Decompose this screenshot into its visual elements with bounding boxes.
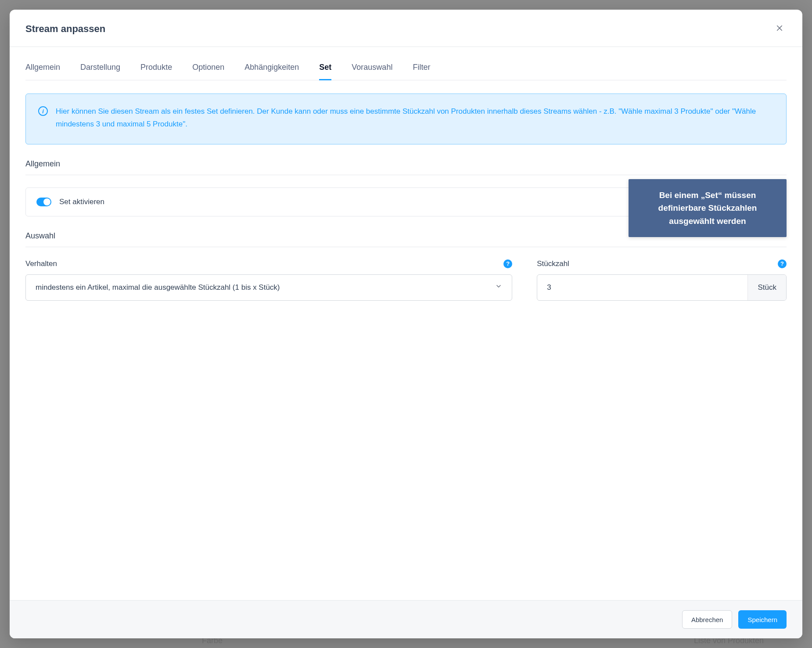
help-icon[interactable]: ?: [778, 259, 787, 268]
modal-header: Stream anpassen: [10, 10, 802, 47]
modal-title: Stream anpassen: [25, 23, 105, 35]
tab-allgemein[interactable]: Allgemein: [25, 55, 60, 80]
field-label-verhalten: Verhalten: [25, 259, 57, 268]
info-alert: i Hier können Sie diesen Stream als ein …: [25, 94, 787, 144]
modal-footer: Abbrechen Speichern: [10, 600, 802, 638]
field-verhalten: Verhalten ? mindestens ein Artikel, maxi…: [25, 259, 512, 301]
field-head: Stückzahl ?: [537, 259, 787, 268]
save-button[interactable]: Speichern: [738, 610, 787, 629]
tab-produkte[interactable]: Produkte: [140, 55, 172, 80]
field-label-stueckzahl: Stückzahl: [537, 259, 569, 268]
info-icon: i: [38, 106, 48, 116]
tab-optionen[interactable]: Optionen: [192, 55, 224, 80]
cancel-button[interactable]: Abbrechen: [682, 610, 733, 629]
tab-filter[interactable]: Filter: [413, 55, 430, 80]
toggle-label: Set aktivieren: [59, 198, 104, 206]
section-title-allgemein: Allgemein: [25, 159, 787, 175]
verhalten-select[interactable]: mindestens ein Artikel, maximal die ausg…: [25, 274, 512, 301]
field-stueckzahl: Stückzahl ? Stück: [537, 259, 787, 301]
tab-abhaengigkeiten[interactable]: Abhängigkeiten: [244, 55, 299, 80]
modal-body: Allgemein Darstellung Produkte Optionen …: [10, 47, 802, 600]
close-button[interactable]: [772, 22, 787, 36]
tab-list: Allgemein Darstellung Produkte Optionen …: [25, 55, 787, 80]
stueckzahl-input[interactable]: [537, 275, 747, 300]
annotation-callout: Bei einem „Set“ müssen definierbare Stüc…: [629, 179, 787, 237]
chevron-down-icon: [495, 283, 502, 292]
input-suffix: Stück: [747, 275, 786, 300]
modal-stream-anpassen: Stream anpassen Allgemein Darstellung Pr…: [10, 10, 802, 638]
tab-darstellung[interactable]: Darstellung: [80, 55, 120, 80]
help-icon[interactable]: ?: [503, 259, 512, 268]
info-text: Hier können Sie diesen Stream als ein fe…: [56, 105, 774, 131]
close-icon: [776, 24, 783, 34]
set-aktivieren-toggle[interactable]: [36, 198, 51, 206]
select-value: mindestens ein Artikel, maximal die ausg…: [36, 283, 280, 292]
form-row: Verhalten ? mindestens ein Artikel, maxi…: [25, 259, 787, 301]
tab-vorauswahl[interactable]: Vorauswahl: [352, 55, 392, 80]
tab-set[interactable]: Set: [319, 55, 331, 80]
stueckzahl-input-group: Stück: [537, 274, 787, 301]
field-head: Verhalten ?: [25, 259, 512, 268]
